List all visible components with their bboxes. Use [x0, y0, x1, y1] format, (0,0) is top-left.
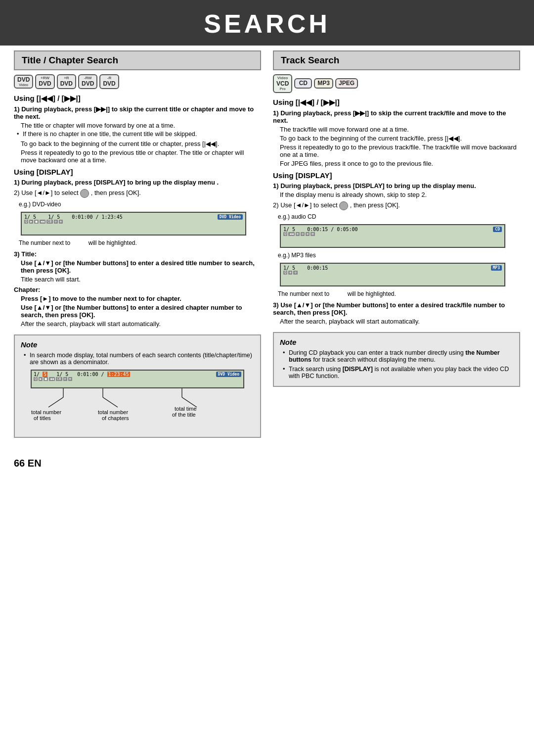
- badge-dvd-r-plus: +R DVD: [57, 74, 76, 89]
- diagram-pos: 1/ 5 1/ 5 0:01:00 / 1:23:45: [34, 372, 130, 377]
- right-mp3-icons: Q ⊕ ⊘: [283, 271, 298, 275]
- right-mp3-icon-search: Q: [283, 271, 287, 275]
- svg-line-4: [103, 397, 118, 407]
- right-step1-p1: The track/file will move forward one at …: [280, 126, 520, 133]
- left-title-search-start: Title search will start.: [21, 276, 261, 283]
- badge-dvd-r-minus: -R DVD: [99, 74, 119, 89]
- right-step3: 3) Use [▲/▼] or [the Number buttons] to …: [273, 301, 520, 325]
- right-mp3-pos: 1/ 5 0:00:15: [283, 265, 328, 271]
- right-column: Track Search Video VCD Pro CD MP3: [273, 50, 520, 438]
- left-step1-p2: To go back to the beginning of the curre…: [21, 140, 261, 147]
- left-note-box: Note In search mode display, total numbe…: [14, 334, 261, 438]
- left-step-chapter: Chapter: Press [►] to move to the number…: [14, 286, 261, 328]
- left-step-chapter-p1: Press [►] to move to the number next to …: [21, 295, 261, 302]
- footer: 66 EN: [0, 453, 534, 474]
- left-step-title: 3) Title: Use [▲/▼] or [the Number butto…: [14, 250, 261, 283]
- right-note-bullet2: Track search using [DISPLAY] is not avai…: [289, 366, 513, 379]
- badge-cd: CD: [294, 78, 312, 89]
- left-step-title-bold: 3) Title:: [14, 250, 261, 258]
- right-step3-after: After the search, playback will start au…: [280, 318, 520, 325]
- svg-text:total time: total time: [175, 406, 197, 412]
- right-section-heading: Track Search: [273, 50, 520, 70]
- right-mp3-icon-circ: ⊘: [293, 271, 297, 275]
- right-step1-bold: 1) During playback, press [▶▶|] to skip …: [273, 109, 520, 124]
- right-eg-mp3-label: e.g.) MP3 files: [278, 252, 520, 259]
- left-using-skip-heading: Using [|◀◀] / [▶▶|]: [14, 94, 261, 103]
- badge-dvd-rw-plus: +RW DVD: [35, 74, 54, 89]
- right-number-note: The number next to will be highlighted.: [278, 290, 520, 297]
- svg-text:of the title: of the title: [172, 412, 196, 418]
- right-note-bullet1: During CD playback you can enter a track…: [289, 349, 513, 363]
- right-step1-p3: Press it repeatedly to go to the previou…: [280, 143, 520, 158]
- right-step3-bold: 3) Use [▲/▼] or [the Number buttons] to …: [273, 301, 520, 316]
- svg-text:total number: total number: [31, 409, 61, 415]
- right-icon-plus: ⊕: [296, 232, 300, 236]
- badge-mp3: MP3: [314, 78, 333, 89]
- left-after-search: After the search, playback will start au…: [21, 320, 261, 328]
- left-display-step1: 1) During playback, press [DISPLAY] to b…: [14, 179, 261, 186]
- right-icon-box: ⊞: [311, 232, 314, 236]
- svg-text:of titles: of titles: [34, 415, 51, 421]
- left-icon-plus: ⊕: [59, 220, 63, 224]
- left-icon-circ: ⊘: [54, 220, 58, 224]
- left-step-title-text: Use [▲/▼] or [the Number buttons] to ent…: [21, 259, 261, 274]
- right-using-skip-heading: Using [|◀◀] / [▶▶|]: [273, 98, 520, 107]
- svg-text:total number: total number: [98, 409, 128, 415]
- left-screen-row2: Q ▶ ■ ◀◀ CB ⊘ ⊕: [24, 220, 243, 224]
- diagram-row2: Q ▶ ■ ◀◀ CB ⊘ ⊕: [34, 377, 241, 381]
- header-bar: SEARCH: [0, 0, 534, 46]
- left-step1-p3: Press it repeatedly to go to the previou…: [21, 149, 261, 164]
- left-using-display-heading: Using [DISPLAY]: [14, 168, 261, 176]
- left-icon-prev: ◀◀: [40, 220, 45, 224]
- right-screen-mp3-row1: 1/ 5 0:00:15 MP3: [283, 265, 502, 271]
- diagram-badge: DVD Video: [216, 372, 241, 377]
- right-screen-audio-row1: 1/ 5 0:00:15 / 0:05:00 CD: [283, 227, 502, 232]
- left-screen-badge: DVD Video: [218, 214, 243, 220]
- right-audio-pos: 1/ 5 0:00:15 / 0:05:00: [283, 227, 358, 232]
- left-icon-play: ▶: [29, 220, 33, 224]
- left-display-step2-text: 2) Use [◄/►] to select , then press [OK]…: [14, 189, 261, 198]
- right-audio-badge: CD: [493, 227, 502, 232]
- badge-jpeg: JPEG: [335, 78, 358, 89]
- left-step1-bold: 1) During playback, press [▶▶|] to skip …: [14, 105, 261, 120]
- right-step1-p4: For JPEG files, press it once to go to t…: [280, 160, 520, 167]
- right-display-step1-note: If the display menu is already shown, sk…: [280, 191, 520, 198]
- right-screen-audio: 1/ 5 0:00:15 / 0:05:00 CD Q ◀◀ ⊕ ⊘ ⊗ ⊞: [280, 224, 505, 248]
- left-note-title: Note: [21, 340, 254, 349]
- left-display-step2: 2) Use [◄/►] to select , then press [OK]…: [14, 189, 261, 198]
- right-screen-mp3-row2: Q ⊕ ⊘: [283, 271, 502, 275]
- left-icon-search: Q: [24, 220, 28, 224]
- right-icon-circ: ⊘: [301, 232, 305, 236]
- left-step1-p1: The title or chapter will move forward b…: [21, 122, 261, 129]
- left-step-chapter-p2: Use [▲/▼] or [the Number buttons] to ent…: [21, 304, 261, 319]
- badge-dvd-video: DVD Video: [14, 75, 33, 89]
- right-step1: 1) During playback, press [▶▶|] to skip …: [273, 109, 520, 167]
- right-step1-p2: To go back to the beginning of the curre…: [280, 135, 520, 142]
- left-step1: 1) During playback, press [▶▶|] to skip …: [14, 105, 261, 164]
- right-note-box: Note During CD playback you can enter a …: [273, 332, 520, 387]
- badge-dvd-rw-minus: -RW DVD: [78, 74, 97, 89]
- svg-line-3: [48, 397, 63, 407]
- left-number-note: The number next to will be highlighted.: [19, 239, 261, 246]
- right-display-step2-text: 2) Use [◄/►] to select , then press [OK]…: [273, 201, 520, 210]
- right-screen-mp3: 1/ 5 0:00:15 MP3 Q ⊕ ⊘: [280, 263, 505, 286]
- diagram-row1: 1/ 5 1/ 5 0:01:00 / 1:23:45 DVD Video: [34, 372, 241, 377]
- left-display-step1-bold: 1) During playback, press [DISPLAY] to b…: [14, 179, 261, 186]
- diagram-arrows: total number of titles total number of c…: [21, 388, 254, 428]
- page-title: SEARCH: [0, 9, 534, 39]
- diagram-icons: Q ▶ ■ ◀◀ CB ⊘ ⊕: [34, 377, 72, 381]
- right-note-title: Note: [280, 338, 513, 346]
- diagram-screen: 1/ 5 1/ 5 0:01:00 / 1:23:45 DVD Video Q …: [31, 370, 244, 388]
- left-column: Title / Chapter Search DVD Video +RW DVD…: [14, 50, 261, 438]
- right-mp3-icon-plus: ⊕: [288, 271, 292, 275]
- right-icon-search: Q: [283, 232, 287, 236]
- right-icon-prev: ◀◀: [288, 232, 294, 236]
- badge-vcd: Video VCD Pro: [273, 74, 292, 93]
- left-screen-icons: Q ▶ ■ ◀◀ CB ⊘ ⊕: [24, 220, 63, 224]
- search-circle-icon: [80, 189, 89, 198]
- left-screen-row1: 1/ 5 1/ 5 0:01:00 / 1:23:45 DVD Video: [24, 214, 243, 220]
- right-audio-icons: Q ◀◀ ⊕ ⊘ ⊗ ⊞: [283, 232, 315, 236]
- left-step-chapter-bold: Chapter:: [14, 286, 261, 293]
- left-icon-stop: ■: [34, 220, 38, 224]
- left-section-heading: Title / Chapter Search: [14, 50, 261, 70]
